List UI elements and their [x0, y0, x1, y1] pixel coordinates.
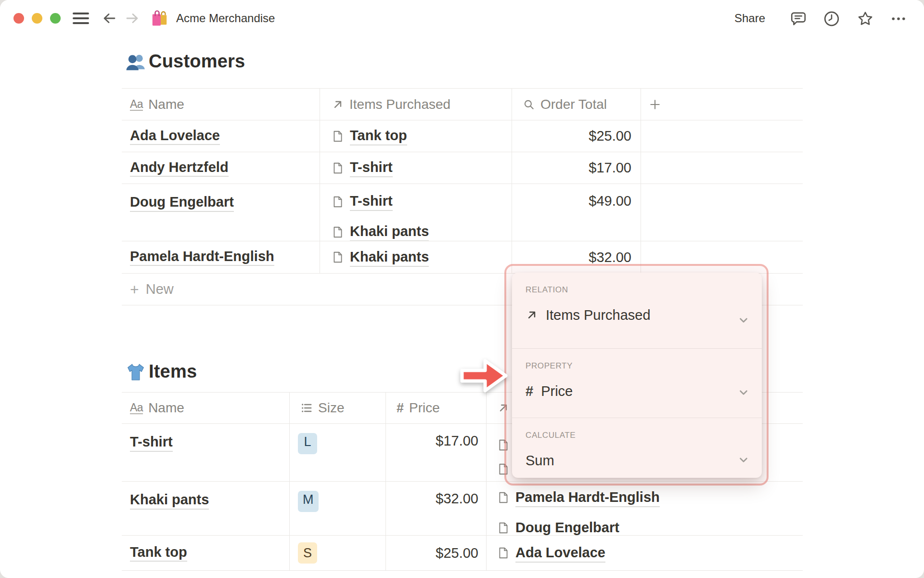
price-cell[interactable]: $25.00 [386, 536, 487, 570]
popup-section-property: PROPERTY # Price [512, 348, 762, 418]
page-icon [332, 226, 344, 238]
column-header-size[interactable]: Size [290, 393, 386, 423]
forward-button[interactable] [123, 10, 141, 27]
text-property-icon: Aa [130, 402, 143, 414]
chevron-down-icon [737, 454, 750, 466]
chevron-down-icon [737, 386, 750, 399]
page-link[interactable]: Pamela Hardt-English [130, 249, 274, 266]
section-title-text: Customers [149, 51, 245, 72]
order-total-cell[interactable]: $49.00 [512, 184, 641, 241]
items-purchased-cell[interactable]: T-shirt Khaki pants [320, 184, 512, 241]
page-link[interactable]: T-shirt [350, 192, 393, 211]
price-cell[interactable]: $32.00 [386, 482, 487, 535]
add-property-button[interactable] [641, 89, 803, 120]
page-link[interactable]: Khaki pants [350, 248, 429, 267]
purchased-by-cell[interactable]: Pamela Hardt-English Doug Engelbart [487, 482, 803, 535]
red-arrow-annotation [459, 357, 508, 394]
column-header-items-purchased[interactable]: Items Purchased [320, 89, 512, 120]
order-total-cell[interactable]: $17.00 [512, 152, 641, 184]
page-icon [332, 196, 344, 208]
relation-icon [332, 98, 344, 111]
calculate-dropdown[interactable]: Sum [526, 450, 762, 471]
page-link[interactable]: Doug Engelbart [515, 519, 619, 536]
rollup-config-popup: RELATION Items Purchased PROPERTY # Pric… [512, 273, 762, 478]
share-button[interactable]: Share [734, 0, 765, 37]
size-badge: L [298, 433, 317, 454]
empty-cell[interactable] [641, 152, 803, 184]
page-link[interactable]: Khaki pants [130, 491, 209, 510]
back-button[interactable] [100, 10, 118, 27]
app-window: Acme Merchandise Share [0, 0, 924, 578]
page-link[interactable]: Tank top [350, 127, 407, 145]
size-cell[interactable]: M [290, 482, 386, 535]
popup-section-relation: RELATION Items Purchased [512, 273, 762, 348]
comment-icon [790, 10, 807, 27]
favorite-button[interactable] [857, 10, 874, 27]
column-header-order-total[interactable]: Order Total [512, 89, 641, 120]
window-minimize-button[interactable] [32, 13, 42, 24]
items-section-title: Items [126, 361, 197, 382]
purchased-by-cell[interactable]: Ada Lovelace [487, 536, 803, 570]
select-property-icon [300, 402, 313, 414]
name-cell[interactable]: Khaki pants [122, 482, 290, 535]
name-cell[interactable]: Andy Hertzfeld [122, 152, 320, 184]
breadcrumb-page-title[interactable]: Acme Merchandise [176, 0, 275, 37]
page-icon [497, 491, 510, 504]
arrow-left-icon [101, 10, 117, 26]
page-link[interactable]: Tank top [130, 544, 187, 562]
ellipsis-icon [890, 10, 907, 27]
page-link[interactable]: T-shirt [350, 158, 393, 177]
hamburger-icon [73, 13, 89, 24]
empty-cell[interactable] [641, 184, 803, 241]
size-cell[interactable]: L [290, 424, 386, 481]
page-link[interactable]: Pamela Hardt-English [515, 488, 660, 507]
order-total-cell[interactable]: $25.00 [512, 120, 641, 152]
page-icon [497, 547, 510, 559]
name-cell[interactable]: Pamela Hardt-English [122, 241, 320, 273]
page-link[interactable]: Andy Hertzfeld [130, 159, 229, 177]
column-header-name[interactable]: Aa Name [122, 89, 320, 120]
t-shirt-icon [126, 362, 146, 382]
plus-icon [649, 98, 661, 111]
section-title-text: Items [149, 361, 197, 382]
size-badge: S [298, 542, 317, 564]
updates-button[interactable] [823, 10, 840, 27]
page-emoji-shopping-bags-icon [150, 9, 168, 27]
star-icon [857, 10, 874, 28]
name-cell[interactable]: T-shirt [122, 424, 290, 481]
title-bar: Acme Merchandise Share [0, 0, 924, 37]
price-cell[interactable]: $17.00 [386, 424, 487, 481]
name-cell[interactable]: Doug Engelbart [122, 184, 320, 241]
column-header-price[interactable]: # Price [386, 393, 487, 423]
page-link[interactable]: Doug Engelbart [130, 193, 234, 212]
name-cell[interactable]: Tank top [122, 536, 290, 570]
name-cell[interactable]: Ada Lovelace [122, 120, 320, 152]
property-dropdown[interactable]: # Price [526, 381, 762, 402]
items-purchased-cell[interactable]: T-shirt [320, 152, 512, 184]
empty-cell[interactable] [641, 120, 803, 152]
items-purchased-cell[interactable]: Tank top [320, 120, 512, 152]
comments-button[interactable] [790, 10, 807, 27]
sidebar-menu-button[interactable] [72, 10, 90, 27]
arrow-right-icon [124, 10, 141, 26]
rollup-search-icon [523, 98, 535, 111]
table-row: Ada Lovelace Tank top $25.00 [122, 120, 803, 152]
relation-dropdown[interactable]: Items Purchased [526, 304, 762, 326]
window-zoom-button[interactable] [50, 13, 61, 24]
window-close-button[interactable] [13, 13, 24, 24]
page-link[interactable]: T-shirt [130, 433, 173, 452]
page-icon [332, 130, 344, 143]
more-options-button[interactable] [890, 10, 907, 27]
size-cell[interactable]: S [290, 536, 386, 570]
relation-icon [526, 309, 538, 321]
size-badge: M [298, 491, 319, 512]
page-link[interactable]: Ada Lovelace [130, 128, 220, 145]
number-property-icon: # [397, 401, 404, 416]
items-purchased-cell[interactable]: Khaki pants [320, 241, 512, 273]
page-link[interactable]: Ada Lovelace [515, 544, 605, 563]
page-link[interactable]: Khaki pants [350, 223, 429, 241]
text-property-icon: Aa [130, 98, 143, 111]
column-header-name[interactable]: Aa Name [122, 393, 290, 423]
customers-section-title: Customers [126, 51, 245, 72]
page-icon [497, 522, 510, 534]
